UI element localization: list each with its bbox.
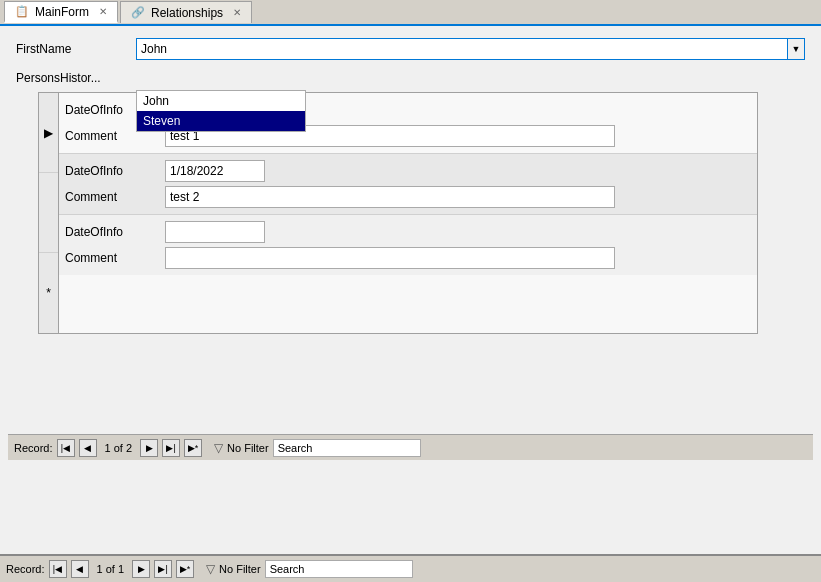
main-content: FirstName ▼ John Steven PersonsHistor...… bbox=[0, 26, 821, 554]
outer-search-input[interactable] bbox=[265, 560, 413, 578]
persons-history-row: PersonsHistor... bbox=[8, 64, 813, 92]
outer-nav-first-btn[interactable]: |◀ bbox=[49, 560, 67, 578]
firstname-dropdown[interactable]: John Steven bbox=[136, 90, 306, 132]
tab-mainform-label: MainForm bbox=[35, 5, 89, 19]
record2-comment-row: Comment bbox=[59, 184, 757, 210]
inner-filter-label: No Filter bbox=[227, 442, 269, 454]
outer-record-nav: Record: |◀ ◀ 1 of 1 ▶ ▶| ▶* ▽ No Filter bbox=[0, 554, 821, 582]
inner-record-nav: Record: |◀ ◀ 1 of 2 ▶ ▶| ▶* ▽ No Filter bbox=[8, 434, 813, 460]
inner-nav-current: 1 of 2 bbox=[105, 442, 133, 454]
inner-nav-record-label: Record: bbox=[14, 442, 53, 454]
tab-relationships-label: Relationships bbox=[151, 6, 223, 20]
record2-dateofinfo-row: DateOfInfo bbox=[59, 158, 757, 184]
selector-1: ▶ bbox=[39, 93, 58, 173]
tab-mainform[interactable]: 📋 MainForm ✕ bbox=[4, 1, 118, 23]
record2-dateofinfo-label: DateOfInfo bbox=[65, 164, 165, 178]
outer-nav-next-btn[interactable]: ▶ bbox=[132, 560, 150, 578]
inner-nav-prev-btn[interactable]: ◀ bbox=[79, 439, 97, 457]
firstname-dropdown-btn[interactable]: ▼ bbox=[787, 38, 805, 60]
record2-comment-input[interactable] bbox=[165, 186, 615, 208]
tab-relationships[interactable]: 🔗 Relationships ✕ bbox=[120, 1, 252, 23]
new-dateofinfo-input[interactable] bbox=[165, 221, 265, 243]
inner-search-input[interactable] bbox=[273, 439, 421, 457]
outer-filter-icon: ▽ bbox=[206, 562, 215, 576]
firstname-label: FirstName bbox=[16, 42, 136, 56]
selector-arrow-1: ▶ bbox=[44, 126, 53, 140]
tab-relationships-close[interactable]: ✕ bbox=[233, 7, 241, 18]
tab-mainform-close[interactable]: ✕ bbox=[99, 6, 107, 17]
firstname-input[interactable] bbox=[136, 38, 787, 60]
inner-filter-icon: ▽ bbox=[214, 441, 223, 455]
new-comment-input[interactable] bbox=[165, 247, 615, 269]
inner-nav-first-btn[interactable]: |◀ bbox=[57, 439, 75, 457]
inner-nav-new-btn[interactable]: ▶* bbox=[184, 439, 202, 457]
dropdown-item-steven[interactable]: Steven bbox=[137, 111, 305, 131]
persons-history-label: PersonsHistor... bbox=[16, 71, 136, 85]
outer-nav-record-label: Record: bbox=[6, 563, 45, 575]
empty-area bbox=[8, 334, 813, 434]
subform-record-2: DateOfInfo Comment bbox=[59, 154, 757, 215]
form-area: FirstName ▼ John Steven PersonsHistor...… bbox=[0, 26, 821, 554]
dropdown-item-john[interactable]: John bbox=[137, 91, 305, 111]
inner-nav-last-btn[interactable]: ▶| bbox=[162, 439, 180, 457]
record2-comment-label: Comment bbox=[65, 190, 165, 204]
new-dateofinfo-label: DateOfInfo bbox=[65, 225, 165, 239]
outer-nav-filter: ▽ No Filter bbox=[206, 562, 261, 576]
firstname-row: FirstName ▼ bbox=[8, 34, 813, 64]
row-selectors: ▶ * bbox=[38, 92, 58, 334]
outer-nav-prev-btn[interactable]: ◀ bbox=[71, 560, 89, 578]
tab-bar: 📋 MainForm ✕ 🔗 Relationships ✕ bbox=[0, 0, 821, 26]
firstname-section: FirstName ▼ John Steven bbox=[8, 34, 813, 64]
outer-nav-new-btn[interactable]: ▶* bbox=[176, 560, 194, 578]
selector-2 bbox=[39, 173, 58, 253]
subform-new-record: DateOfInfo Comment bbox=[59, 215, 757, 275]
new-dateofinfo-row: DateOfInfo bbox=[59, 219, 757, 245]
outer-nav-last-btn[interactable]: ▶| bbox=[154, 560, 172, 578]
relationships-icon: 🔗 bbox=[131, 6, 145, 19]
outer-nav-current: 1 of 1 bbox=[97, 563, 125, 575]
selector-new-mark: * bbox=[46, 286, 51, 300]
record2-dateofinfo-input[interactable] bbox=[165, 160, 265, 182]
new-comment-label: Comment bbox=[65, 251, 165, 265]
outer-filter-label: No Filter bbox=[219, 563, 261, 575]
firstname-combo[interactable]: ▼ bbox=[136, 38, 805, 60]
selector-new: * bbox=[39, 253, 58, 333]
new-comment-row: Comment bbox=[59, 245, 757, 271]
inner-nav-filter: ▽ No Filter bbox=[214, 441, 269, 455]
mainform-icon: 📋 bbox=[15, 5, 29, 18]
inner-nav-next-btn[interactable]: ▶ bbox=[140, 439, 158, 457]
